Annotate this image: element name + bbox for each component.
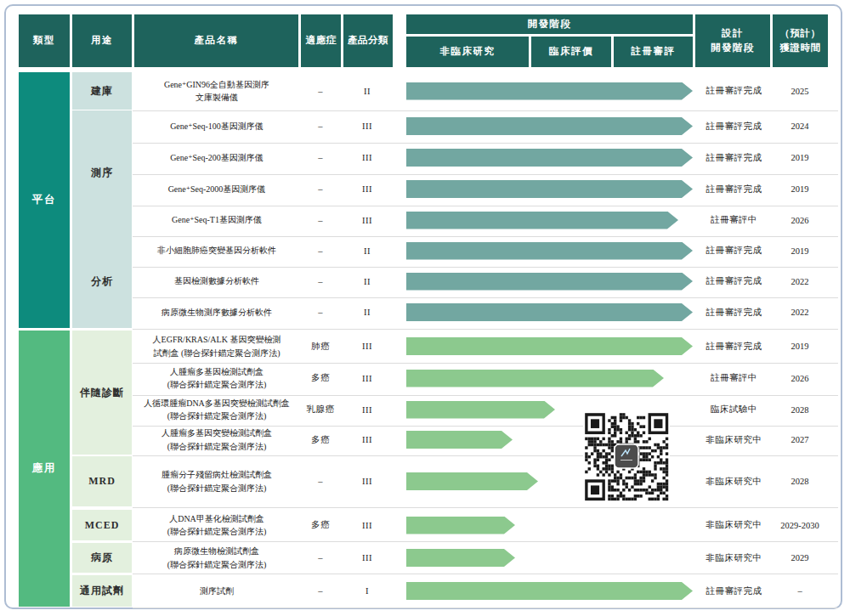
stage-progress-bar (406, 180, 693, 198)
classification-cell: III (342, 205, 393, 235)
classification-cell: II (342, 297, 393, 328)
classification-cell: I (342, 575, 393, 607)
use-group-1: 測序 (72, 110, 132, 235)
product-name-cell: 人腫瘤多基因突變檢測試劑盒 (聯合探針錨定聚合測序法) (133, 425, 301, 455)
design-stage-status: 非臨床研究中 (695, 456, 773, 506)
cert-year: 2028 (770, 456, 830, 506)
product-name-cell: 非小細胞肺癌突變基因分析軟件 (133, 235, 301, 266)
classification-cell: III (342, 543, 393, 573)
use-group-0: 建庫 (72, 72, 132, 110)
use-group-2: 分析 (72, 235, 132, 328)
type-group-application: 應用 (19, 331, 70, 607)
indication-cell: 多癌 (299, 362, 342, 394)
stage-progress-bar (406, 82, 693, 100)
stage-progress-bar (406, 117, 693, 135)
col-header-nonclinical: 非臨床研究 (406, 37, 529, 67)
indication-cell: – (299, 456, 342, 506)
classification-cell: II (342, 235, 393, 266)
classification-cell: III (342, 425, 393, 455)
product-name-cell: Gene⁺Seq-2000基因測序儀 (133, 173, 301, 205)
stage-progress-bar (406, 149, 693, 167)
stage-progress-bar (406, 370, 664, 387)
indication-cell: – (299, 235, 342, 266)
stage-progress-bar (406, 431, 513, 449)
row-divider (133, 608, 838, 608)
cert-year: 2019 (770, 173, 830, 205)
classification-cell: III (342, 110, 393, 142)
indication-cell: 多癌 (299, 425, 342, 455)
indication-cell: – (299, 173, 342, 205)
indication-cell: 乳腺癌 (299, 394, 342, 425)
cert-year: 2029-2030 (770, 510, 830, 540)
type-group-platform: 平台 (19, 72, 70, 328)
design-stage-status: 非臨床研究中 (695, 425, 773, 455)
classification-cell: III (342, 331, 393, 362)
product-name-cell: 病原微生物檢測試劑盒 (聯合探針錨定聚合測序法) (133, 543, 301, 573)
col-header-indication: 適應症 (301, 14, 341, 67)
product-name-cell: 人腫瘤多基因檢測試劑盒 (聯合探針錨定聚合測序法) (133, 362, 301, 394)
classification-cell: III (342, 456, 393, 506)
col-header-product-name: 產品名稱 (134, 14, 298, 67)
cert-year: – (770, 575, 830, 607)
classification-cell: III (342, 510, 393, 540)
indication-cell: – (299, 110, 342, 142)
design-stage-status: 註冊審評完成 (695, 297, 773, 328)
design-stage-status: 註冊審評完成 (695, 266, 773, 297)
product-name-cell: 測序試劑 (133, 575, 301, 607)
classification-cell: II (342, 72, 393, 110)
use-group-4: MRD (72, 456, 132, 506)
product-name-cell: Gene⁺GIN96全自動基因測序 文庫製備儀 (133, 72, 301, 110)
col-header-cert-time: （預計） 獲證時間 (773, 14, 828, 67)
stage-progress-bar (406, 472, 538, 490)
stage-progress-bar (406, 273, 693, 291)
design-stage-status: 註冊審評中 (695, 205, 773, 235)
row-divider (133, 507, 838, 508)
use-group-3: 伴隨診斷 (72, 331, 132, 455)
indication-cell: – (299, 297, 342, 328)
stage-progress-bar (406, 337, 693, 355)
col-header-registration: 註冊審評 (614, 37, 693, 67)
classification-cell: III (342, 173, 393, 205)
classification-cell: III (342, 394, 393, 425)
stage-progress-bar (406, 517, 515, 534)
use-group-7: 通用試劑 (72, 575, 132, 607)
cert-year: 2019 (770, 331, 830, 362)
design-stage-status: 註冊審評完成 (695, 110, 773, 142)
design-stage-status: 註冊審評完成 (695, 173, 773, 205)
product-name-cell: 人DNA甲基化檢測試劑盒 (聯合探針錨定聚合測序法) (133, 510, 301, 540)
design-stage-status: 註冊審評中 (695, 362, 773, 394)
cert-year: 2022 (770, 297, 830, 328)
cert-year: 2026 (770, 205, 830, 235)
design-stage-status: 註冊審評完成 (695, 72, 773, 110)
cert-year: 2029 (770, 543, 830, 573)
product-name-cell: 人EGFR/KRAS/ALK 基因突變檢測 試劑盒 (聯合探針錨定聚合測序法) (133, 331, 301, 362)
product-name-cell: 腫瘤分子殘留病灶檢測試劑盒 (聯合探針錨定聚合測序法) (133, 456, 301, 506)
stage-progress-bar (406, 212, 678, 229)
cert-year: 2026 (770, 362, 830, 394)
col-header-classification: 產品分類 (343, 14, 393, 67)
cert-year: 2019 (770, 142, 830, 173)
design-stage-status: 非臨床研究中 (695, 510, 773, 540)
product-name-cell: Gene⁺Seq-200基因測序儀 (133, 142, 301, 173)
indication-cell: 多癌 (299, 510, 342, 540)
classification-cell: III (342, 362, 393, 394)
indication-cell: – (299, 142, 342, 173)
col-header-design-stage: 設計 開發階段 (695, 14, 770, 67)
product-name-cell: 人循環腫瘤DNA多基因突變檢測試劑盒 (聯合探針錨定聚合測序法) (133, 394, 301, 425)
stage-progress-bar (406, 242, 693, 260)
row-divider (133, 574, 838, 574)
design-stage-status: 註冊審評完成 (695, 235, 773, 266)
design-stage-status: 註冊審評完成 (695, 331, 773, 362)
pipeline-figure: 類型 用途 產品名稱 適應症 產品分類 開發階段 非臨床研究 臨床評價 註冊審評… (0, 0, 850, 616)
cert-year: 2025 (770, 72, 830, 110)
indication-cell: – (299, 205, 342, 235)
stage-progress-bar (406, 549, 515, 567)
indication-cell: – (299, 543, 342, 573)
product-name-cell: 基因檢測數據分析軟件 (133, 266, 301, 297)
classification-cell: III (342, 142, 393, 173)
product-name-cell: Gene⁺Seq-100基因測序儀 (133, 110, 301, 142)
col-header-dev-stage: 開發階段 (406, 14, 693, 34)
col-header-use: 用途 (72, 14, 132, 67)
stage-progress-bar (406, 401, 555, 419)
cert-year: 2022 (770, 266, 830, 297)
